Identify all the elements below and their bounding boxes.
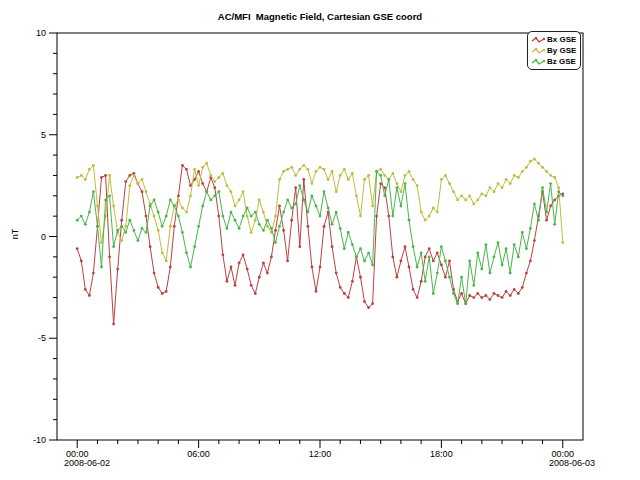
- data-point-marker: [468, 294, 471, 297]
- data-point-marker: [529, 227, 532, 230]
- data-point-marker: [553, 223, 556, 226]
- data-point-marker: [432, 260, 435, 263]
- data-point-marker: [185, 211, 188, 214]
- data-point-marker: [505, 247, 508, 250]
- data-point-marker: [274, 241, 277, 244]
- data-point-marker: [533, 239, 536, 242]
- data-point-marker: [80, 174, 83, 177]
- data-point-marker: [347, 296, 350, 299]
- data-point-marker: [217, 176, 220, 179]
- data-point-marker: [464, 199, 467, 202]
- data-point-marker: [238, 199, 241, 202]
- data-point-marker: [485, 294, 488, 297]
- data-point-marker: [315, 170, 318, 173]
- data-point-marker: [448, 182, 451, 185]
- data-point-marker: [525, 247, 528, 250]
- data-point-marker: [557, 190, 560, 193]
- data-point-marker: [92, 164, 95, 167]
- data-point-marker: [185, 168, 188, 171]
- plot-area[interactable]: -10-5051000:0006:0012:0018:0000:00: [0, 0, 640, 480]
- legend-label-bx: Bx GSE: [547, 35, 576, 44]
- data-point-marker: [234, 284, 237, 287]
- data-point-marker: [343, 247, 346, 250]
- data-point-marker: [359, 247, 362, 250]
- data-point-marker: [472, 296, 475, 299]
- data-point-marker: [270, 256, 273, 259]
- data-point-marker: [347, 178, 350, 181]
- data-point-marker: [145, 231, 148, 234]
- data-point-marker: [120, 239, 123, 242]
- data-point-marker: [124, 231, 127, 234]
- data-point-marker: [379, 174, 382, 177]
- data-point-marker: [339, 174, 342, 177]
- data-point-marker: [145, 215, 148, 218]
- data-point-marker: [270, 227, 273, 230]
- data-point-marker: [108, 256, 111, 259]
- data-point-marker: [464, 302, 467, 305]
- data-point-marker: [533, 158, 536, 161]
- legend-item-bz: Bz GSE: [531, 56, 577, 67]
- data-point-marker: [432, 292, 435, 295]
- y-tick-label: -10: [33, 435, 46, 445]
- data-point-marker: [557, 186, 560, 189]
- data-point-marker: [205, 190, 208, 193]
- data-point-marker: [400, 260, 403, 263]
- data-point-marker: [509, 294, 512, 297]
- bx-series-marker-icon: [531, 36, 545, 44]
- data-point-marker: [177, 194, 180, 197]
- data-point-marker: [307, 168, 310, 171]
- data-point-marker: [315, 205, 318, 208]
- data-point-marker: [149, 245, 152, 248]
- data-point-marker: [331, 245, 334, 248]
- data-point-marker: [307, 211, 310, 214]
- data-point-marker: [420, 211, 423, 214]
- data-point-marker: [436, 211, 439, 214]
- data-point-marker: [355, 194, 358, 197]
- data-point-marker: [193, 168, 196, 171]
- data-point-marker: [238, 227, 241, 230]
- data-point-marker: [116, 268, 119, 271]
- data-point-marker: [440, 178, 443, 181]
- data-point-marker: [327, 178, 330, 181]
- data-point-marker: [545, 219, 548, 222]
- data-point-marker: [525, 166, 528, 169]
- data-point-marker: [120, 225, 123, 228]
- data-point-marker: [96, 205, 99, 208]
- data-point-marker: [230, 266, 233, 269]
- data-point-marker: [177, 199, 180, 202]
- data-point-marker: [476, 199, 479, 202]
- data-point-marker: [440, 245, 443, 248]
- data-point-marker: [448, 260, 451, 263]
- data-point-marker: [165, 260, 168, 263]
- data-point-marker: [311, 266, 314, 269]
- data-point-marker: [307, 225, 310, 228]
- data-point-marker: [359, 276, 362, 279]
- data-point-marker: [497, 241, 500, 244]
- data-point-marker: [80, 215, 83, 218]
- legend-squiggle: [532, 38, 544, 42]
- data-point-marker: [529, 260, 532, 263]
- data-point-marker: [363, 178, 366, 181]
- data-point-marker: [485, 194, 488, 197]
- data-point-marker: [197, 170, 200, 173]
- data-point-marker: [319, 166, 322, 169]
- data-point-marker: [404, 182, 407, 185]
- data-point-marker: [367, 174, 370, 177]
- data-point-marker: [258, 223, 261, 226]
- data-point-marker: [246, 207, 249, 210]
- data-point-marker: [242, 215, 245, 218]
- data-point-marker: [359, 215, 362, 218]
- data-point-marker: [339, 286, 342, 289]
- legend-item-by: By GSE: [531, 45, 577, 56]
- x-axis-end-date: 2008-06-03: [549, 458, 595, 468]
- data-point-marker: [217, 215, 220, 218]
- data-point-marker: [432, 207, 435, 210]
- data-point-marker: [521, 286, 524, 289]
- data-point-marker: [480, 296, 483, 299]
- data-point-marker: [282, 211, 285, 214]
- data-point-marker: [258, 199, 261, 202]
- data-point-marker: [177, 215, 180, 218]
- data-point-marker: [351, 280, 354, 283]
- data-point-marker: [209, 199, 212, 202]
- data-point-marker: [440, 264, 443, 267]
